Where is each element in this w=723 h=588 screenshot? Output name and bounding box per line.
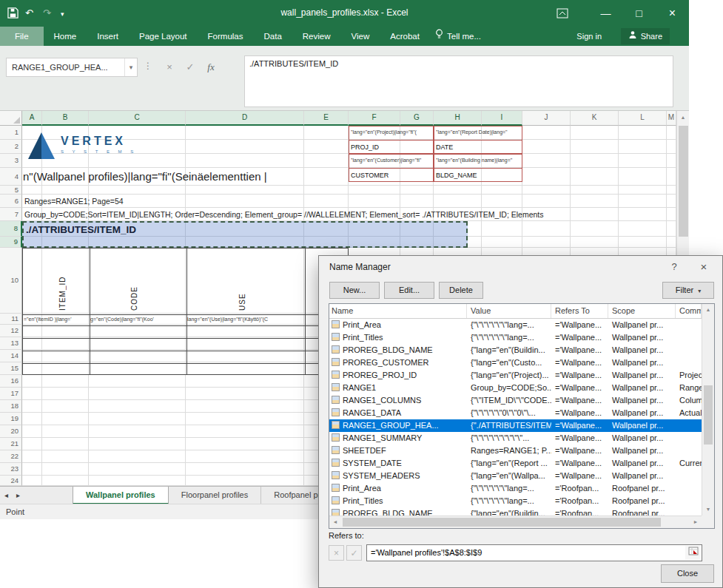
row-header-6[interactable]: 6 (0, 195, 22, 208)
cell-building-label[interactable]: "lang="en"(Building name)|lang=" (436, 157, 520, 163)
name-row-range1-columns[interactable]: RANGE1_COLUMNS{"\"ITEM_ID\"\"CODE...='Wa… (329, 394, 702, 407)
help-icon[interactable]: ? (665, 260, 683, 274)
ribbon-tab-file[interactable]: File (0, 27, 44, 46)
tell-me-box[interactable]: Tell me... (435, 27, 481, 46)
scroll-down-icon[interactable]: ▼ (702, 504, 714, 516)
row-header-1[interactable]: 1 (0, 126, 22, 140)
row-header-10[interactable]: 10 (0, 248, 22, 314)
row-header-16[interactable]: 16 (0, 375, 22, 388)
column-header-D[interactable]: D (186, 111, 304, 126)
ribbon-tab-acrobat[interactable]: Acrobat (380, 27, 430, 46)
insert-function-icon[interactable]: fx (201, 59, 221, 75)
name-box-dropdown-icon[interactable]: ▾ (124, 58, 137, 76)
name-row-print-area[interactable]: Print_Area{"\"\"\"\"\"\"lang=...='Wallpa… (329, 319, 702, 331)
ribbon-tab-page-layout[interactable]: Page Layout (129, 27, 198, 46)
delete-button[interactable]: Delete (439, 282, 483, 299)
cell-customer[interactable]: CUSTOMER (351, 171, 425, 180)
name-row-range1-data[interactable]: RANGE1_DATA{"\"\"\"\"\"0\"\"0\"\...='Wal… (329, 407, 702, 419)
ribbon-tab-view[interactable]: View (341, 27, 380, 46)
cell-header-use[interactable]: USE (238, 251, 250, 311)
name-row-print-titles[interactable]: Print_Titles{"\"\"\"\"\"\"lang=...='Wall… (329, 331, 702, 344)
name-row-print-area[interactable]: Print_Area{"\"\"\"\"\"\"lang=...='Roofpa… (329, 482, 702, 495)
names-column-header-scope[interactable]: Scope (608, 304, 676, 318)
edit-button[interactable]: Edit... (384, 282, 434, 299)
ribbon-display-options-icon[interactable] (556, 8, 568, 21)
dialog-horizontal-scrollbar[interactable]: ◄ ► (329, 516, 702, 528)
minimize-button[interactable]: — (589, 0, 622, 27)
column-header-G[interactable]: G (400, 111, 434, 126)
dialog-close-icon[interactable]: × (695, 260, 713, 274)
cancel-icon[interactable]: × (160, 59, 179, 75)
tab-nav-prev-icon[interactable]: ◂ (4, 487, 8, 504)
formula-input[interactable]: ./ATTRIBUTES/ITEM_ID (244, 55, 673, 107)
name-row-system-date[interactable]: SYSTEM_DATE{"lang="en"(Report ...='Wallp… (329, 457, 702, 470)
vertical-scrollbar-thumb[interactable] (679, 126, 688, 237)
row-header-15[interactable]: 15 (0, 362, 22, 375)
scroll-up-icon[interactable]: ▲ (702, 304, 714, 316)
cell-project-label[interactable]: "lang="en"(Project)|lang="fi"( (351, 129, 431, 135)
row-header-24[interactable]: 24 (0, 476, 22, 486)
row-header-7[interactable]: 7 (0, 208, 22, 221)
names-column-header-name[interactable]: Name (329, 304, 467, 318)
cell-customer-label[interactable]: "lang="en"(Customer)|lang="fi" (351, 157, 431, 163)
row-header-17[interactable]: 17 (0, 388, 22, 400)
row-header-20[interactable]: 20 (0, 425, 22, 438)
row-header-8[interactable]: 8 (0, 221, 22, 237)
column-header-C[interactable]: C (89, 111, 186, 126)
scroll-right-icon[interactable]: ► (690, 516, 702, 528)
sheet-tab-wallpanel-profiles[interactable]: Wallpanel profiles (73, 487, 169, 504)
names-column-header-comment[interactable]: Comment (676, 304, 702, 318)
row-header-23[interactable]: 23 (0, 463, 22, 476)
row-header-5[interactable]: 5 (0, 186, 22, 195)
row-header-12[interactable]: 12 (0, 325, 22, 337)
ribbon-tab-home[interactable]: Home (44, 27, 87, 46)
close-button[interactable]: × (656, 0, 689, 27)
refers-cancel-icon[interactable]: × (329, 545, 344, 561)
row-header-4[interactable]: 4 (0, 168, 22, 186)
refers-to-input[interactable]: ='Wallpanel profiles'!$A$8:$I$9 (366, 544, 702, 561)
dialog-close-button[interactable]: Close (661, 564, 714, 583)
cell-group-def[interactable]: Group_by=CODE;Sort=ITEM_ID|LENGTH; Order… (24, 209, 673, 220)
names-column-header-value[interactable]: Value (467, 304, 551, 318)
tab-nav-next-icon[interactable]: ▸ (16, 487, 20, 504)
cell-header-item-id[interactable]: ITEM_ID (58, 251, 70, 311)
row-header-3[interactable]: 3 (0, 154, 22, 168)
column-header-L[interactable]: L (619, 111, 667, 126)
name-row-proreg-customer[interactable]: PROREG_CUSTOMER{"lang="en"(Custo...='Wal… (329, 356, 702, 369)
row-header-2[interactable]: 2 (0, 140, 22, 154)
column-header-M[interactable]: M (667, 111, 676, 126)
name-row-range1-summary[interactable]: RANGE1_SUMMARY{"\"\"\"\"\"\"\"\"\"...='W… (329, 432, 702, 445)
dialog-vscrollbar-thumb[interactable] (704, 385, 713, 445)
column-header-F[interactable]: F (349, 111, 400, 126)
row-header-21[interactable]: 21 (0, 438, 22, 450)
name-row-proreg-proj-id[interactable]: PROREG_PROJ_ID{"lang="en"(Project)...='W… (329, 369, 702, 382)
cell-data-def-1[interactable]: ="en"(ItemID )|lang=' (24, 316, 87, 322)
sign-in-link[interactable]: Sign in (576, 27, 602, 46)
cell-data-def-3[interactable]: lang="en"(Use)|lang="fi"(Käyttö)"(C (187, 316, 303, 322)
cell-sheet-title[interactable]: n"(Wallpanel profiles)|lang="fi"(Seinäel… (23, 169, 346, 184)
name-box[interactable]: RANGE1_GROUP_HEA... ▾ (6, 58, 138, 77)
name-row-print-titles[interactable]: Print_Titles{"\"\"\"\"\"\"lang=...='Roof… (329, 495, 702, 507)
name-row-sheetdef[interactable]: SHEETDEFRanges=RANGE1; P...='Wallpane...… (329, 445, 702, 457)
cell-header-code[interactable]: CODE (130, 251, 142, 311)
name-row-proreg-bldg-name[interactable]: PROREG_BLDG_NAME{"lang="en"(Buildin...='… (329, 344, 702, 356)
row-header-18[interactable]: 18 (0, 400, 22, 413)
refers-enter-icon[interactable]: ✓ (346, 545, 362, 561)
column-header-I[interactable]: I (482, 111, 522, 126)
scroll-up-icon[interactable]: ▲ (677, 111, 689, 124)
ribbon-tab-review[interactable]: Review (292, 27, 341, 46)
name-row-system-headers[interactable]: SYSTEM_HEADERS{"lang="en"(Wallpa...='Wal… (329, 470, 702, 482)
column-header-B[interactable]: B (42, 111, 89, 126)
name-row-proreg-bldg-name[interactable]: PROREG_BLDG_NAME{"lang="en"(Buildin...='… (329, 507, 702, 516)
name-row-range1[interactable]: RANGE1Group_by=CODE;So...='Wallpane...Wa… (329, 382, 702, 394)
cell-proj-id[interactable]: PROJ_ID (351, 143, 425, 152)
row-header-13[interactable]: 13 (0, 337, 22, 350)
ribbon-tab-insert[interactable]: Insert (87, 27, 129, 46)
row-header-9[interactable]: 9 (0, 237, 22, 248)
column-header-H[interactable]: H (434, 111, 482, 126)
dialog-vertical-scrollbar[interactable]: ▲ ▼ (702, 304, 714, 516)
row-header-11[interactable]: 11 (0, 314, 22, 325)
column-header-K[interactable]: K (571, 111, 619, 126)
column-header-J[interactable]: J (522, 111, 571, 126)
maximize-button[interactable]: □ (622, 0, 656, 27)
